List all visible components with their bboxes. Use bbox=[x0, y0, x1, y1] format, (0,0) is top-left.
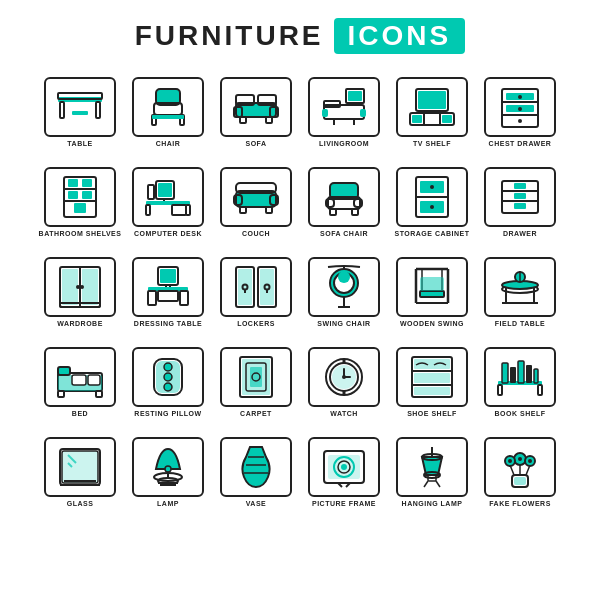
svg-rect-79 bbox=[514, 183, 526, 189]
icon-cell-chest-drawer: CHEST DRAWER bbox=[476, 64, 564, 154]
svg-rect-84 bbox=[62, 269, 78, 305]
svg-point-135 bbox=[164, 363, 172, 371]
svg-rect-99 bbox=[238, 269, 252, 305]
icon-cell-dressing-table: DRESSING TABLE bbox=[124, 244, 212, 334]
svg-rect-49 bbox=[74, 203, 86, 213]
icon-cell-storage-cabinet: STORAGE CABINET bbox=[388, 154, 476, 244]
icon-label-book-shelf: BOOK SHELF bbox=[495, 410, 546, 418]
svg-rect-85 bbox=[82, 269, 98, 305]
icon-label-wardrobe: WARDROBE bbox=[57, 320, 103, 328]
svg-point-41 bbox=[518, 119, 522, 123]
icon-cell-sofa-chair: SOFA CHAIR bbox=[300, 154, 388, 244]
icon-box-swing-chair bbox=[308, 257, 380, 317]
icon-cell-picture-frame: PICTURE FRAME bbox=[300, 424, 388, 514]
icon-label-computer-desk: COMPUTER DESK bbox=[134, 230, 202, 238]
icon-label-dressing-table: DRESSING TABLE bbox=[134, 320, 202, 328]
icon-label-wooden-swing: WOODEN SWING bbox=[400, 320, 464, 328]
svg-rect-4 bbox=[72, 111, 88, 115]
svg-rect-130 bbox=[96, 391, 102, 397]
icon-box-resting-pillow bbox=[132, 347, 204, 407]
icon-box-bathroom-shelves bbox=[44, 167, 116, 227]
svg-point-148 bbox=[342, 375, 346, 379]
icon-box-couch bbox=[220, 167, 292, 227]
icon-label-fake-flowers: FAKE FLOWERS bbox=[489, 500, 551, 508]
svg-rect-45 bbox=[68, 179, 78, 187]
icon-box-glass bbox=[44, 437, 116, 497]
svg-point-186 bbox=[341, 464, 347, 470]
svg-rect-3 bbox=[58, 93, 102, 99]
svg-point-86 bbox=[76, 285, 80, 289]
svg-point-205 bbox=[528, 459, 532, 463]
icon-label-chest-drawer: CHEST DRAWER bbox=[489, 140, 552, 148]
svg-rect-159 bbox=[538, 385, 542, 395]
icon-box-dressing-table bbox=[132, 257, 204, 317]
icon-cell-chair: CHAIR bbox=[124, 64, 212, 154]
icon-box-sofa-chair bbox=[308, 167, 380, 227]
icon-label-picture-frame: PICTURE FRAME bbox=[312, 500, 376, 508]
icon-cell-sofa: SOFA bbox=[212, 64, 300, 154]
icon-box-wooden-swing bbox=[396, 257, 468, 317]
svg-rect-63 bbox=[266, 207, 272, 213]
icon-label-glass: GLASS bbox=[67, 500, 94, 508]
svg-rect-129 bbox=[58, 391, 64, 397]
svg-rect-156 bbox=[414, 387, 450, 395]
icon-cell-table: TABLE bbox=[36, 64, 124, 154]
svg-rect-62 bbox=[240, 207, 246, 213]
icon-cell-drawer: DRAWER bbox=[476, 154, 564, 244]
svg-rect-30 bbox=[412, 115, 422, 123]
svg-rect-81 bbox=[514, 203, 526, 209]
svg-rect-128 bbox=[58, 367, 70, 375]
svg-point-177 bbox=[165, 466, 171, 472]
icon-box-tv-shelf bbox=[396, 77, 468, 137]
icon-label-swing-chair: SWING CHAIR bbox=[317, 320, 370, 328]
svg-rect-161 bbox=[510, 367, 516, 383]
icon-cell-book-shelf: BOOK SHELF bbox=[476, 334, 564, 424]
icon-label-shoe-shelf: SHOE SHELF bbox=[407, 410, 457, 418]
svg-rect-93 bbox=[180, 291, 188, 305]
icon-cell-vase: VASE bbox=[212, 424, 300, 514]
svg-rect-31 bbox=[442, 115, 452, 123]
svg-line-194 bbox=[436, 481, 440, 487]
svg-rect-47 bbox=[68, 191, 78, 199]
svg-rect-51 bbox=[146, 205, 150, 215]
furniture-title: FURNITURE bbox=[135, 20, 324, 52]
icon-label-lockers: LOCKERS bbox=[237, 320, 275, 328]
svg-point-107 bbox=[338, 271, 350, 283]
icon-label-couch: COUCH bbox=[242, 230, 270, 238]
svg-point-74 bbox=[430, 185, 434, 189]
icon-box-table bbox=[44, 77, 116, 137]
icon-label-bed: BED bbox=[72, 410, 88, 418]
icon-box-sofa bbox=[220, 77, 292, 137]
icon-label-chair: CHAIR bbox=[156, 140, 181, 148]
svg-point-39 bbox=[518, 95, 522, 99]
icon-cell-shoe-shelf: SHOE SHELF bbox=[388, 334, 476, 424]
svg-rect-20 bbox=[322, 109, 328, 117]
icon-box-carpet bbox=[220, 347, 292, 407]
svg-rect-48 bbox=[82, 191, 92, 199]
icon-cell-wooden-swing: WOODEN SWING bbox=[388, 244, 476, 334]
icon-cell-lockers: LOCKERS bbox=[212, 244, 300, 334]
icon-box-field-table bbox=[484, 257, 556, 317]
icon-label-tv-shelf: TV SHELF bbox=[413, 140, 451, 148]
svg-rect-1 bbox=[60, 102, 64, 118]
icon-label-storage-cabinet: STORAGE CABINET bbox=[394, 230, 469, 238]
svg-rect-53 bbox=[172, 205, 186, 215]
svg-rect-69 bbox=[352, 209, 358, 215]
icon-label-lamp: LAMP bbox=[157, 500, 179, 508]
svg-point-40 bbox=[518, 107, 522, 111]
svg-point-137 bbox=[164, 383, 172, 391]
icon-label-livingroom: LIVINGROOM bbox=[319, 140, 369, 148]
svg-rect-55 bbox=[158, 183, 172, 197]
icon-cell-livingroom: LIVINGROOM bbox=[300, 64, 388, 154]
icon-label-bathroom-shelves: BATHROOM SHELVES bbox=[39, 230, 122, 238]
svg-rect-16 bbox=[266, 117, 272, 123]
icon-cell-lamp: LAMP bbox=[124, 424, 212, 514]
icon-cell-hanging-lamp: HANGING LAMP bbox=[388, 424, 476, 514]
svg-rect-15 bbox=[240, 117, 246, 123]
icon-label-watch: WATCH bbox=[330, 410, 358, 418]
svg-rect-163 bbox=[526, 365, 532, 383]
svg-rect-68 bbox=[330, 209, 336, 215]
icon-label-vase: VASE bbox=[246, 500, 267, 508]
svg-rect-57 bbox=[148, 185, 154, 199]
svg-point-75 bbox=[430, 205, 434, 209]
